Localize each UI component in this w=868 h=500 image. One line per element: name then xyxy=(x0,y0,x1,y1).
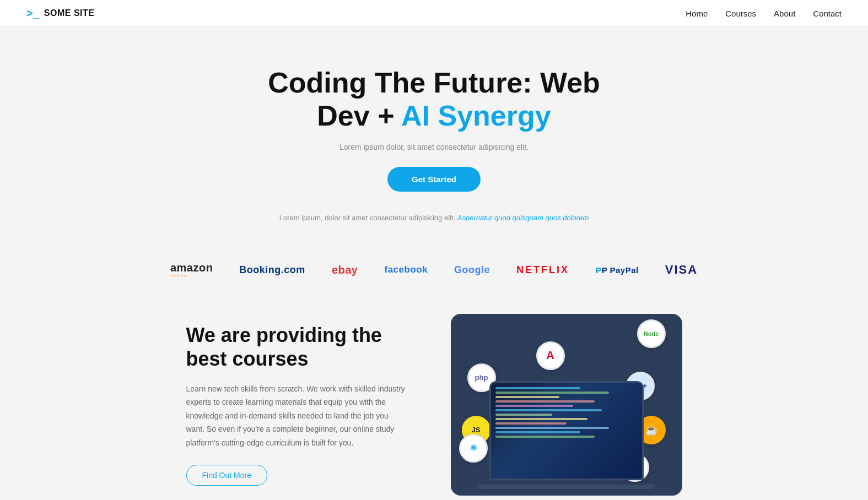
courses-body: Learn new tech skills from scratch. We w… xyxy=(186,382,407,450)
nav-contact[interactable]: Contact xyxy=(813,9,842,18)
hero-headline-accent: AI Synergy xyxy=(401,100,551,132)
tech-visual: php A Node C++ JS </> ☕ ⚛ 🐍 xyxy=(451,314,682,496)
bubble-node: Node xyxy=(637,319,666,348)
nav-courses[interactable]: Courses xyxy=(725,9,756,18)
trust-line: Lorem ipsum, dolor sit amet consectetur … xyxy=(13,214,855,222)
brands-section: amazon~~~~~ Booking.com ebay facebook Go… xyxy=(0,248,868,292)
brand-booking: Booking.com xyxy=(239,264,305,276)
logo-icon: >_ xyxy=(26,8,40,19)
hero-headline-line1: Coding The Future: Web xyxy=(268,67,600,99)
logo-text: SOME SITE xyxy=(44,8,95,18)
brand-facebook: facebook xyxy=(384,264,428,275)
trust-accent: Aspernatur quod quisquam quos dolorem xyxy=(457,214,589,222)
code-lines xyxy=(495,387,638,438)
brand-visa: VISA xyxy=(665,263,698,277)
brand-ebay: ebay xyxy=(332,264,358,276)
find-out-more-button[interactable]: Find Out More xyxy=(186,465,267,486)
brand-paypal: PP PayPal xyxy=(596,265,639,275)
get-started-button[interactable]: Get Started xyxy=(387,167,481,192)
brand-google: Google xyxy=(454,264,490,276)
hero-headline: Coding The Future: Web Dev + AI Synergy xyxy=(13,67,855,133)
bubble-react: ⚛ xyxy=(459,434,488,463)
laptop-base xyxy=(478,485,655,489)
nav-home[interactable]: Home xyxy=(686,9,708,18)
nav-links: Home Courses About Contact xyxy=(686,9,842,18)
laptop-body xyxy=(489,381,644,480)
courses-heading: We are providing the best courses xyxy=(186,323,407,371)
courses-text: We are providing the best courses Learn … xyxy=(186,323,407,486)
logo[interactable]: >_ SOME SITE xyxy=(26,8,94,19)
hero-section: Coding The Future: Web Dev + AI Synergy … xyxy=(0,27,868,248)
nav-about[interactable]: About xyxy=(774,9,795,18)
brand-amazon: amazon~~~~~ xyxy=(170,262,213,279)
hero-subtitle: Lorem ipsum dolor, sit amet consectetur … xyxy=(13,143,855,151)
brand-netflix: NETFLIX xyxy=(516,264,569,276)
hero-headline-line2: Dev + xyxy=(317,100,401,132)
bubble-angular: A xyxy=(536,341,565,370)
courses-section: We are providing the best courses Learn … xyxy=(0,292,868,500)
trust-normal: Lorem ipsum, dolor sit amet consectetur … xyxy=(279,214,457,222)
navbar: >_ SOME SITE Home Courses About Contact xyxy=(0,0,868,27)
laptop-screen xyxy=(491,383,642,479)
